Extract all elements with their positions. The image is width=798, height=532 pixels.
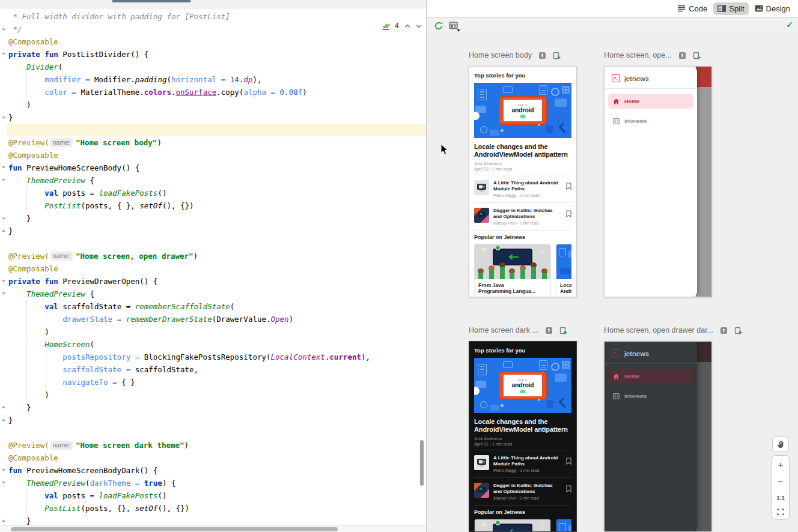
pan-button[interactable] bbox=[772, 437, 789, 452]
fold-close-icon[interactable] bbox=[2, 406, 5, 408]
layout-switch-icon[interactable] bbox=[449, 22, 458, 29]
popular-card[interactable]: LocaAndr Jose Al April 0 bbox=[556, 244, 571, 297]
popular-card[interactable]: From JavaProgramming Langua... Florina M… bbox=[474, 244, 551, 297]
post-list-item[interactable]: Dagger in Kotlin: Gotchas and Optimizati… bbox=[474, 207, 571, 226]
navigation-drawer[interactable]: >_ jetnews Home Interests bbox=[605, 67, 697, 297]
code-line[interactable]: */ bbox=[8, 23, 22, 35]
zoom-to-fit-icon[interactable] bbox=[777, 509, 784, 515]
run-on-device-icon[interactable] bbox=[553, 52, 561, 59]
navigation-drawer[interactable]: >_ jetnews Home Interests bbox=[605, 342, 697, 531]
fold-close-icon[interactable] bbox=[2, 519, 5, 522]
preview-title[interactable]: Home screen, ope... bbox=[604, 51, 672, 59]
code-line[interactable]: private fun PreviewDrawerOpen() { bbox=[8, 275, 157, 288]
drawer-item-interests[interactable]: Interests bbox=[608, 388, 693, 404]
code-line[interactable]: HomeScreen( bbox=[8, 338, 94, 351]
code-line[interactable]: ThemedPreview(darkTheme = true) { bbox=[8, 477, 175, 489]
fold-close-icon[interactable] bbox=[2, 419, 5, 421]
drawer-item-home[interactable]: Home bbox=[608, 94, 693, 109]
drawer-item-interests[interactable]: Interests bbox=[608, 113, 693, 128]
bookmark-icon[interactable] bbox=[566, 458, 571, 465]
hero-headline[interactable]: Locale changes and the AndroidViewModel … bbox=[474, 143, 571, 159]
zoom-out-button[interactable]: − bbox=[778, 477, 784, 486]
code-line[interactable]: fun PreviewHomeScreenBodyDark() { bbox=[8, 464, 157, 477]
fold-close-icon[interactable] bbox=[2, 229, 5, 232]
code-line[interactable]: @Composable bbox=[8, 149, 58, 162]
code-line[interactable]: @Composable bbox=[8, 452, 58, 464]
post-list-item[interactable]: Dagger in Kotlin: Gotchas and Optimizati… bbox=[474, 482, 571, 501]
preview-title[interactable]: Home screen, open drawer dar... bbox=[604, 326, 713, 334]
popular-card[interactable]: LocaAndr Jose Al April 0 bbox=[556, 519, 571, 532]
post-list-item[interactable]: A Little Thing about Android Module Path… bbox=[474, 179, 571, 199]
code-line[interactable]: } bbox=[8, 212, 31, 225]
code-line[interactable]: ThemedPreview { bbox=[8, 174, 94, 187]
interactive-preview-icon[interactable] bbox=[538, 52, 546, 59]
code-line[interactable]: } bbox=[8, 414, 13, 426]
code-line[interactable]: ) bbox=[8, 98, 31, 111]
tab-code[interactable]: Code bbox=[673, 2, 711, 15]
preview-drawer-light[interactable]: >_ jetnews Home Interests bbox=[604, 66, 712, 297]
fold-close-icon[interactable] bbox=[2, 28, 5, 30]
code-line[interactable]: PostList(posts, { }, setOf(), {}) bbox=[8, 199, 194, 212]
run-on-device-icon[interactable] bbox=[559, 327, 568, 334]
code-line[interactable]: Divider( bbox=[8, 61, 62, 73]
next-problem-icon[interactable] bbox=[416, 24, 422, 28]
code-line[interactable]: val posts = loadFakePosts() bbox=[8, 489, 166, 502]
scrim[interactable] bbox=[696, 362, 711, 531]
code-line[interactable]: modifier = Modifier.padding(horizontal =… bbox=[8, 73, 262, 86]
fold-open-icon[interactable] bbox=[2, 292, 5, 295]
code-line[interactable]: @Composable bbox=[8, 35, 58, 48]
bookmark-icon[interactable] bbox=[566, 183, 571, 190]
fold-open-icon[interactable] bbox=[2, 280, 5, 282]
code-line[interactable]: ThemedPreview { bbox=[8, 288, 94, 300]
code-line[interactable]: @Preview(name:"Home screen body") bbox=[8, 136, 162, 149]
code-line[interactable]: color = MaterialTheme.colors.onSurface.c… bbox=[8, 86, 307, 98]
prev-problem-icon[interactable] bbox=[404, 24, 410, 28]
interactive-preview-icon[interactable] bbox=[720, 327, 728, 334]
hero-headline[interactable]: Locale changes and the AndroidViewModel … bbox=[474, 418, 571, 434]
fold-open-icon[interactable] bbox=[2, 469, 5, 471]
code-line[interactable]: * Full-width divider with padding for [P… bbox=[8, 10, 230, 23]
code-line[interactable]: navigateTo = { } bbox=[8, 376, 135, 388]
code-line[interactable]: ) bbox=[8, 388, 49, 401]
editor-horizontal-scrollbar[interactable] bbox=[11, 527, 338, 531]
drawer-item-home[interactable]: Home bbox=[608, 369, 693, 384]
run-on-device-icon[interactable] bbox=[693, 52, 701, 59]
preview-home-dark[interactable]: Top stories for you now in android Local… bbox=[469, 341, 577, 532]
code-line[interactable]: private fun PostListDivider() { bbox=[8, 48, 148, 61]
inspections-widget[interactable]: ✓✓ 4 bbox=[382, 22, 422, 30]
fold-open-icon[interactable] bbox=[2, 166, 5, 169]
editor-vertical-scrollbar[interactable] bbox=[420, 440, 424, 486]
code-line[interactable]: @Preview(name:"Home screen, open drawer"… bbox=[8, 250, 198, 262]
zoom-actual-size-button[interactable]: 1:1 bbox=[776, 494, 785, 501]
code-line[interactable]: drawerState = rememberDrawerState(Drawer… bbox=[8, 313, 293, 325]
popular-card[interactable]: From JavaProgramming Langua... Florina M… bbox=[474, 519, 551, 532]
tab-design[interactable]: Design bbox=[751, 2, 794, 15]
interactive-preview-icon[interactable] bbox=[545, 327, 553, 334]
code-line[interactable]: ) bbox=[8, 325, 49, 338]
editor-horizontal-scrollbar-track[interactable] bbox=[0, 525, 426, 532]
code-line[interactable]: @Composable bbox=[8, 262, 58, 275]
interactive-preview-icon[interactable] bbox=[678, 52, 686, 59]
code-editor[interactable]: * Full-width divider with padding for [P… bbox=[0, 0, 427, 532]
code-lines[interactable]: * Full-width divider with padding for [P… bbox=[0, 0, 426, 532]
preview-title[interactable]: Home screen body bbox=[469, 51, 532, 59]
code-line[interactable]: postsRepository = BlockingFakePostsRepos… bbox=[8, 351, 370, 363]
fold-close-icon[interactable] bbox=[2, 217, 5, 219]
code-line[interactable]: val scaffoldState = rememberScaffoldStat… bbox=[8, 300, 234, 313]
post-list-item[interactable]: A Little Thing about Android Module Path… bbox=[474, 454, 571, 474]
preview-title[interactable]: Home screen dark ... bbox=[469, 326, 538, 334]
bookmark-icon[interactable] bbox=[566, 485, 571, 492]
code-line[interactable]: } bbox=[8, 225, 13, 237]
tab-split[interactable]: Split bbox=[713, 2, 748, 15]
zoom-in-button[interactable]: + bbox=[778, 460, 784, 469]
code-line[interactable]: fun PreviewHomeScreenBody() { bbox=[8, 162, 139, 174]
refresh-preview-icon[interactable] bbox=[434, 21, 443, 31]
code-line[interactable]: @Preview(name:"Home screen dark theme") bbox=[8, 439, 189, 452]
fold-open-icon[interactable] bbox=[2, 179, 5, 181]
code-line[interactable]: val posts = loadFakePosts() bbox=[8, 187, 166, 199]
run-on-device-icon[interactable] bbox=[734, 327, 743, 334]
code-line[interactable]: scaffoldState = scaffoldState, bbox=[8, 363, 198, 376]
code-line[interactable]: PostList(posts, {}, setOf(), {}) bbox=[8, 502, 189, 515]
code-line[interactable]: } bbox=[8, 111, 13, 124]
preview-drawer-dark[interactable]: >_ jetnews Home Interests bbox=[604, 341, 712, 532]
